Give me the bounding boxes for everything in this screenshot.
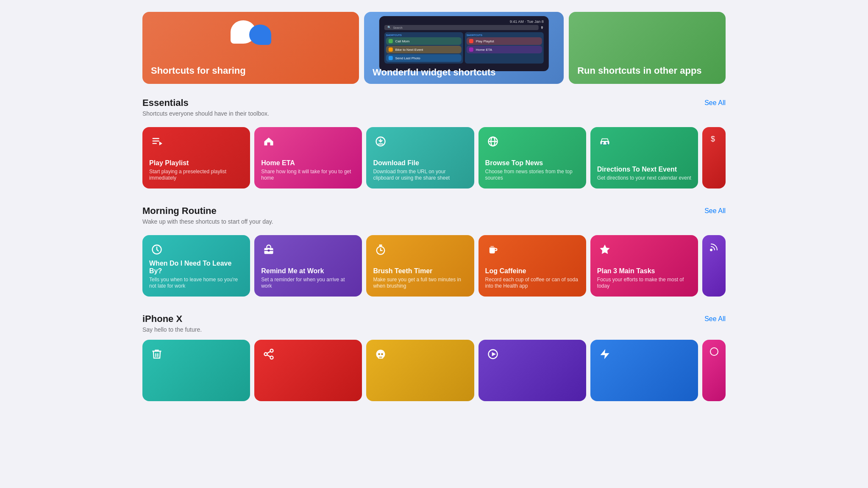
card-download-file[interactable]: Download File Download from the URL on y…: [366, 127, 474, 189]
svg-line-30: [267, 352, 270, 354]
globe-icon: [485, 134, 501, 149]
svg-point-11: [606, 144, 608, 146]
hero-card-sharing[interactable]: Shortcuts for sharing: [142, 12, 359, 84]
card-iphone-x-1[interactable]: [142, 340, 250, 401]
iphone-x-subtitle: Say hello to the future.: [142, 326, 726, 333]
morning-routine-subtitle: Wake up with these shortcuts to start of…: [142, 218, 726, 225]
home-eta-text: Home ETA Share how long it will take for…: [261, 159, 355, 182]
log-caffeine-desc: Record each cup of coffee or can of soda…: [485, 277, 579, 290]
card-top-app-partial[interactable]: [702, 235, 726, 297]
hero-card-widget[interactable]: 9:41 AM · Tue Jan 8 🔍 Search 🎙 SHORTCUTS…: [364, 12, 564, 84]
card-iphone-x-partial[interactable]: [702, 340, 726, 401]
svg-point-25: [710, 249, 712, 251]
svg-point-10: [601, 144, 604, 146]
card-brush-teeth[interactable]: Brush Teeth Timer Make sure you get a fu…: [366, 235, 474, 297]
morning-routine-see-all[interactable]: See All: [704, 207, 726, 215]
card-iphone-x-5[interactable]: [590, 340, 698, 401]
widget-screenshot-decoration: 9:41 AM · Tue Jan 8 🔍 Search 🎙 SHORTCUTS…: [379, 16, 548, 71]
svg-point-28: [270, 356, 273, 359]
svg-rect-23: [490, 246, 494, 247]
card-iphone-x-2[interactable]: [254, 340, 362, 401]
card-iphone-x-3[interactable]: [366, 340, 474, 401]
essentials-header: Essentials See All: [142, 97, 726, 108]
when-leave-desc: Tells you when to leave home so you're n…: [149, 277, 243, 290]
svg-point-27: [264, 353, 267, 356]
hero-row: Shortcuts for sharing 9:41 AM · Tue Jan …: [125, 7, 743, 89]
plan-tasks-desc: Focus your efforts to make the most of t…: [597, 277, 691, 290]
brush-teeth-text: Brush Teeth Timer Make sure you get a fu…: [373, 267, 467, 290]
svg-point-31: [378, 353, 381, 355]
svg-point-32: [381, 353, 384, 355]
card-calc-partial[interactable]: $: [702, 127, 726, 189]
card-iphone-x-4[interactable]: [479, 340, 586, 401]
morning-routine-cards-row: When Do I Need To Leave By? Tells you wh…: [125, 235, 743, 297]
svg-line-29: [267, 355, 270, 357]
hero-card-run[interactable]: Run shortcuts in other apps: [569, 12, 726, 84]
svg-point-26: [270, 349, 273, 352]
download-icon: [373, 134, 388, 149]
car-icon: [597, 134, 612, 149]
svg-rect-2: [153, 143, 157, 144]
morning-routine-header: Morning Routine See All: [142, 205, 726, 216]
svg-rect-18: [268, 250, 270, 252]
page-container: Shortcuts for sharing 9:41 AM · Tue Jan …: [125, 0, 743, 416]
card-browse-top-news[interactable]: Browse Top News Choose from news stories…: [479, 127, 586, 189]
card-log-caffeine[interactable]: Log Caffeine Record each cup of coffee o…: [479, 235, 586, 297]
svg-rect-13: [606, 142, 608, 144]
essentials-cards-row: Play Playlist Start playing a preselecte…: [125, 127, 743, 189]
home-eta-name: Home ETA: [261, 159, 355, 167]
timer-icon: [373, 242, 388, 257]
remind-work-name: Remind Me at Work: [261, 267, 355, 275]
essentials-section: Essentials See All Shortcuts everyone sh…: [125, 89, 743, 127]
briefcase-icon: [261, 242, 276, 257]
svg-point-36: [710, 348, 718, 355]
card-directions-next-event[interactable]: Directions To Next Event Get directions …: [590, 127, 698, 189]
morning-routine-section: Morning Routine See All Wake up with the…: [125, 197, 743, 235]
svg-marker-34: [492, 352, 495, 356]
bolt-icon: [597, 347, 612, 362]
skull-icon: [373, 347, 388, 362]
browse-top-news-desc: Choose from news stories from the top so…: [485, 169, 579, 182]
download-file-text: Download File Download from the URL on y…: [373, 159, 467, 182]
brush-teeth-desc: Make sure you get a full two minutes in …: [373, 277, 467, 290]
download-file-desc: Download from the URL on your clipboard …: [373, 169, 467, 182]
essentials-see-all[interactable]: See All: [704, 99, 726, 107]
hero-sharing-title: Shortcuts for sharing: [151, 65, 246, 76]
play-playlist-text: Play Playlist Start playing a preselecte…: [149, 159, 243, 182]
log-caffeine-name: Log Caffeine: [485, 267, 579, 275]
plan-tasks-text: Plan 3 Main Tasks Focus your efforts to …: [597, 267, 691, 290]
svg-marker-24: [600, 244, 609, 254]
hero-run-title: Run shortcuts in other apps: [577, 65, 701, 76]
browse-top-news-name: Browse Top News: [485, 159, 579, 167]
list-icon: [149, 134, 164, 149]
brush-teeth-name: Brush Teeth Timer: [373, 267, 467, 275]
card-home-eta[interactable]: Home ETA Share how long it will take for…: [254, 127, 362, 189]
card-when-leave[interactable]: When Do I Need To Leave By? Tells you wh…: [142, 235, 250, 297]
directions-next-event-desc: Get directions to your next calendar eve…: [597, 175, 691, 182]
card-remind-work[interactable]: Remind Me at Work Set a reminder for whe…: [254, 235, 362, 297]
svg-rect-0: [153, 138, 159, 139]
card-plan-tasks[interactable]: Plan 3 Main Tasks Focus your efforts to …: [590, 235, 698, 297]
iphone-x-header: iPhone X See All: [142, 313, 726, 324]
hero-widget-title: Wonderful widget shortcuts: [373, 67, 495, 78]
svg-rect-1: [153, 141, 159, 141]
iphone-x-cards-row: [125, 340, 743, 410]
card-play-playlist[interactable]: Play Playlist Start playing a preselecte…: [142, 127, 250, 189]
share-icon: [261, 347, 276, 362]
remind-work-text: Remind Me at Work Set a reminder for whe…: [261, 267, 355, 290]
play-playlist-name: Play Playlist: [149, 159, 243, 167]
remind-work-desc: Set a reminder for when you arrive at wo…: [261, 277, 355, 290]
svg-text:$: $: [711, 135, 715, 143]
iphone-x-see-all[interactable]: See All: [704, 315, 726, 323]
svg-rect-12: [602, 142, 604, 144]
svg-rect-19: [379, 244, 382, 246]
rss-icon: [707, 239, 722, 255]
clock-icon: [149, 242, 164, 257]
trash-icon: [149, 347, 164, 362]
star-icon: [597, 242, 612, 257]
dollar-icon: $: [707, 131, 722, 147]
coffee-icon: [485, 242, 501, 257]
circle-icon: [707, 344, 722, 359]
directions-next-event-name: Directions To Next Event: [597, 166, 691, 173]
essentials-subtitle: Shortcuts everyone should have in their …: [142, 110, 726, 117]
